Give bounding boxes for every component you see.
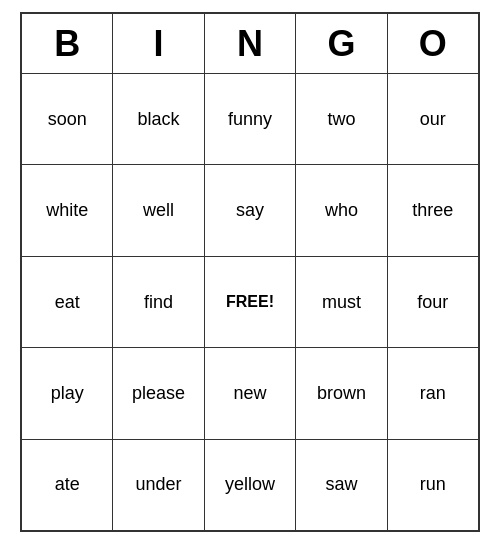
bingo-cell-2-0: eat xyxy=(22,257,113,347)
bingo-cell-2-2: FREE! xyxy=(205,257,296,347)
bingo-cell-1-3: who xyxy=(296,165,387,255)
bingo-cell-0-4: our xyxy=(388,74,478,164)
bingo-card: BINGO soonblackfunnytwoourwhitewellsaywh… xyxy=(20,12,480,532)
bingo-cell-4-4: run xyxy=(388,440,478,530)
bingo-row-3: playpleasenewbrownran xyxy=(22,348,478,439)
header-letter-n: N xyxy=(205,14,296,74)
bingo-row-0: soonblackfunnytwoour xyxy=(22,74,478,165)
bingo-cell-0-1: black xyxy=(113,74,204,164)
bingo-cell-1-2: say xyxy=(205,165,296,255)
bingo-cell-2-1: find xyxy=(113,257,204,347)
bingo-cell-4-0: ate xyxy=(22,440,113,530)
header-letter-o: O xyxy=(388,14,478,74)
bingo-cell-2-3: must xyxy=(296,257,387,347)
bingo-cell-2-4: four xyxy=(388,257,478,347)
bingo-row-1: whitewellsaywhothree xyxy=(22,165,478,256)
header-letter-b: B xyxy=(22,14,113,74)
bingo-cell-1-0: white xyxy=(22,165,113,255)
bingo-cell-4-1: under xyxy=(113,440,204,530)
bingo-row-4: ateunderyellowsawrun xyxy=(22,440,478,530)
bingo-header: BINGO xyxy=(22,14,478,74)
header-letter-g: G xyxy=(296,14,387,74)
bingo-cell-3-3: brown xyxy=(296,348,387,438)
bingo-cell-3-0: play xyxy=(22,348,113,438)
header-letter-i: I xyxy=(113,14,204,74)
bingo-cell-1-1: well xyxy=(113,165,204,255)
bingo-cell-0-3: two xyxy=(296,74,387,164)
bingo-row-2: eatfindFREE!mustfour xyxy=(22,257,478,348)
bingo-cell-0-2: funny xyxy=(205,74,296,164)
bingo-cell-3-4: ran xyxy=(388,348,478,438)
bingo-cell-3-2: new xyxy=(205,348,296,438)
bingo-body: soonblackfunnytwoourwhitewellsaywhothree… xyxy=(22,74,478,530)
bingo-cell-4-2: yellow xyxy=(205,440,296,530)
bingo-cell-3-1: please xyxy=(113,348,204,438)
bingo-cell-4-3: saw xyxy=(296,440,387,530)
bingo-cell-0-0: soon xyxy=(22,74,113,164)
bingo-cell-1-4: three xyxy=(388,165,478,255)
